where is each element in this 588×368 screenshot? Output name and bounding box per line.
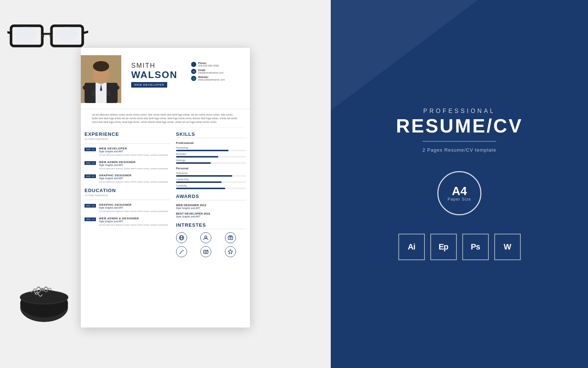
awards-title: AWARDS bbox=[176, 194, 246, 199]
exp-badge-2: 2020 - 21 bbox=[85, 161, 96, 165]
edu-company-1: Style Graphic and ART bbox=[99, 206, 168, 209]
exp-content-3: GRAPHIC DESIGNER Style Graphic and ART L… bbox=[99, 174, 168, 183]
skill-leadership-bar-fill bbox=[176, 181, 222, 183]
resume-last-name: WALSON bbox=[131, 70, 186, 80]
email-label: Email: bbox=[198, 69, 223, 71]
professional-skills-label: Professional bbox=[176, 141, 246, 145]
resume-photo bbox=[81, 55, 121, 103]
a4-circle: A4 Paper Size bbox=[437, 171, 481, 215]
interests-title: INTRESTES bbox=[176, 222, 246, 228]
website-label: Website: bbox=[198, 76, 225, 78]
svg-point-11 bbox=[20, 291, 68, 304]
skill-illustrator: Illustrator bbox=[176, 153, 246, 158]
right-content: PROFESSIONAL RESUME/CV 2 Pages Resume/CV… bbox=[396, 108, 523, 260]
interests-divider bbox=[176, 229, 246, 229]
skill-creativity-bar-fill bbox=[176, 188, 225, 189]
skills-divider bbox=[176, 138, 246, 138]
skill-photoshop-name: Photoshop bbox=[176, 146, 246, 149]
resume-left-column: EXPERIENCE 10 Years Experience 2020 - 21… bbox=[85, 131, 171, 257]
phone-label: Phone: bbox=[198, 62, 219, 64]
exp-content-2: WEB ADMIN DESIGNER Style Graphic and ART… bbox=[99, 160, 168, 170]
experience-divider bbox=[85, 143, 171, 144]
experience-title: EXPERIENCE bbox=[85, 131, 171, 137]
skill-leadership-name: Leadership bbox=[176, 178, 246, 181]
skill-creativity: Creativity bbox=[176, 184, 246, 189]
svg-point-27 bbox=[230, 237, 231, 239]
email-value: mail@emailname.com bbox=[198, 71, 223, 74]
exp-content-1: WEB DEVELOPER Style Graphic and ART Lid … bbox=[99, 147, 168, 156]
exp-desc-3: Lid est laborums dolores rumes nemis omn… bbox=[99, 180, 168, 183]
resume-paper: SMITH WALSON WEB DEVELOPER 📞 Phone: 008 … bbox=[81, 48, 250, 328]
exp-title-3: GRAPHIC DESIGNER bbox=[99, 174, 168, 177]
personal-skills-label: Personal bbox=[176, 167, 246, 170]
exp-desc-2: Lid est laborums dolores rumes nemis omn… bbox=[99, 167, 168, 170]
resume-cv-title: RESUME/CV bbox=[396, 116, 523, 135]
awards-divider bbox=[176, 200, 246, 201]
resume-bio: Lid est laborums dolores rumes nemis omn… bbox=[86, 113, 244, 128]
exp-badge-3: 2020 - 21 bbox=[85, 174, 96, 178]
skill-photoshop: Photoshop bbox=[176, 146, 246, 151]
edu-badge-1: 2020 - 21 bbox=[85, 204, 96, 208]
exp-item-1: 2020 - 21 WEB DEVELOPER Style Graphic an… bbox=[85, 147, 171, 156]
skill-leadership-bar-bg bbox=[176, 181, 246, 183]
software-badge-w: W bbox=[494, 234, 521, 260]
software-badges: Ai Ep Ps W bbox=[396, 234, 523, 260]
svg-rect-21 bbox=[107, 85, 119, 90]
exp-company-3: Style Graphic and ART bbox=[99, 177, 168, 180]
svg-point-5 bbox=[15, 26, 37, 41]
edu-company-2: Style Graphic and ART bbox=[99, 220, 168, 223]
edu-item-2: 2020 - 21 WEB ADMIN & DESIGNER Style Gra… bbox=[85, 217, 171, 226]
skill-illustrator-bar-fill bbox=[176, 156, 218, 158]
skill-creativity-bar-bg bbox=[176, 188, 246, 189]
interest-icon-4 bbox=[176, 246, 187, 257]
exp-desc-1: Lid est laborums dolores rumes nemis omn… bbox=[99, 153, 168, 156]
website-value: www.websitename.com bbox=[198, 78, 225, 81]
edu-item-1: 2020 - 21 GRAPHIC DESIGNER Style Graphic… bbox=[85, 203, 171, 213]
education-subtitle: 10 Years Experience bbox=[85, 194, 171, 197]
exp-company-2: Style Graphic and ART bbox=[99, 164, 168, 166]
skill-leadership: Leadership bbox=[176, 178, 246, 183]
skill-photoshop-bar-fill bbox=[176, 150, 229, 151]
edu-title-1: GRAPHIC DESIGNER bbox=[99, 203, 168, 206]
resume-header: SMITH WALSON WEB DEVELOPER 📞 Phone: 008 … bbox=[81, 48, 250, 109]
professional-label: PROFESSIONAL bbox=[396, 108, 523, 114]
award-item-2: BEST DEVELOPER 2016 Style Graphic and AR… bbox=[176, 212, 246, 218]
software-badge-ep: Ep bbox=[430, 234, 457, 260]
interest-icon-6 bbox=[225, 246, 236, 257]
edu-content-1: GRAPHIC DESIGNER Style Graphic and ART L… bbox=[99, 203, 168, 213]
edu-title-2: WEB ADMIN & DESIGNER bbox=[99, 217, 168, 220]
skill-creativity-name: Creativity bbox=[176, 184, 246, 187]
skill-illustrator-bar-bg bbox=[176, 156, 246, 158]
software-ps-label: Ps bbox=[471, 242, 480, 252]
software-badge-ps: Ps bbox=[462, 234, 489, 260]
skill-indesign-bar-bg bbox=[176, 162, 246, 164]
contact-phone: 📞 Phone: 008 659 864 4568 bbox=[191, 62, 239, 67]
resume-right-column: SKILLS Professional Photoshop Illustrato… bbox=[176, 131, 246, 257]
education-title: EDUCATION bbox=[85, 188, 171, 193]
svg-line-29 bbox=[180, 251, 183, 254]
skill-teamwork: Teamwork bbox=[176, 172, 246, 177]
resume-body: EXPERIENCE 10 Years Experience 2020 - 21… bbox=[81, 131, 250, 257]
interest-icon-1 bbox=[176, 232, 187, 243]
svg-point-33 bbox=[207, 251, 208, 251]
skill-indesign-bar-fill bbox=[176, 162, 211, 164]
contact-website: 🌐 Website: www.websitename.com bbox=[191, 76, 239, 81]
award-sub-2: Style Graphic and ART bbox=[176, 215, 246, 218]
skill-indesign-name: Indesign bbox=[176, 159, 246, 162]
interest-icon-5 bbox=[200, 246, 211, 257]
title-divider bbox=[423, 141, 496, 142]
experience-subtitle: 10 Years Experience bbox=[85, 138, 171, 140]
award-sub-1: Style Graphic and ART bbox=[176, 207, 246, 209]
svg-rect-20 bbox=[83, 85, 96, 90]
edu-desc-2: Lid est laborums dolores rumes nemis omn… bbox=[99, 223, 168, 226]
edu-desc-1: Lid est laborums dolores rumes nemis omn… bbox=[99, 210, 168, 213]
skill-indesign: Indesign bbox=[176, 159, 246, 164]
award-title-2: BEST DEVELOPER 2016 bbox=[176, 212, 246, 215]
skill-teamwork-name: Teamwork bbox=[176, 172, 246, 174]
skill-illustrator-name: Illustrator bbox=[176, 153, 246, 155]
phone-icon: 📞 bbox=[191, 62, 196, 67]
resume-name-section: SMITH WALSON WEB DEVELOPER bbox=[126, 58, 191, 103]
svg-point-17 bbox=[93, 61, 109, 71]
exp-title-1: WEB DEVELOPER bbox=[99, 147, 168, 150]
left-panel: SMITH WALSON WEB DEVELOPER 📞 Phone: 008 … bbox=[0, 0, 331, 368]
